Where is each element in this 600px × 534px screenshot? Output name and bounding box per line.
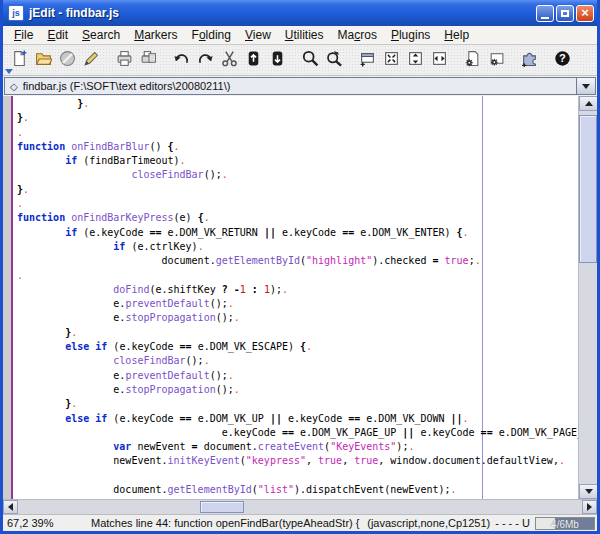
help-icon: ? <box>554 50 571 70</box>
toolbar-handle-icon[interactable] <box>5 69 13 74</box>
paste-icon <box>269 50 286 70</box>
menu-folding[interactable]: Folding <box>185 27 238 43</box>
code-line: closeFindBar();. <box>17 168 578 182</box>
buffer-path-label: findbar.js (F:\SOFT\text editors\2008021… <box>23 80 576 92</box>
undo-icon <box>173 50 190 70</box>
buffer-switcher-dropdown-button[interactable] <box>576 78 595 94</box>
minimize-button[interactable] <box>536 5 554 22</box>
menu-utilities[interactable]: Utilities <box>278 27 331 43</box>
scroll-left-button[interactable] <box>3 500 18 514</box>
find-icon <box>302 50 319 70</box>
arrow-down-icon <box>585 489 593 494</box>
code-line: . <box>17 269 578 283</box>
buffer-mode-label[interactable]: (javascript,none,Cp1251) <box>367 517 490 529</box>
new-view-button[interactable] <box>355 47 379 73</box>
buffer-options-button[interactable] <box>460 47 484 73</box>
unsplit-button[interactable] <box>379 47 403 73</box>
close-button[interactable]: × <box>576 5 594 22</box>
code-view[interactable]: }.}..function onFindBarBlur() {. if (fin… <box>17 97 578 499</box>
window-title: jEdit - findbar.js <box>29 6 534 20</box>
code-line: else if (e.keyCode == e.DOM_VK_UP || e.k… <box>17 412 578 426</box>
buffer-switcher-combo[interactable]: ◇ findbar.js (F:\SOFT\text editors\20080… <box>4 77 596 95</box>
paste-button[interactable] <box>265 47 289 73</box>
menu-edit[interactable]: Edit <box>40 27 75 43</box>
minimize-icon <box>541 17 549 19</box>
print-preview-button[interactable] <box>136 47 160 73</box>
menu-help[interactable]: Help <box>437 27 476 43</box>
vertical-scroll-thumb[interactable] <box>579 115 597 263</box>
split-vertical-icon <box>431 50 448 70</box>
horizontal-scrollbar[interactable] <box>3 499 597 514</box>
code-line: else if (e.keyCode == e.DOM_VK_ESCAPE) {… <box>17 340 578 354</box>
close-buffer-button[interactable] <box>55 47 79 73</box>
svg-text:?: ? <box>559 52 566 64</box>
code-line: e.stopPropagation();. <box>17 383 578 397</box>
menu-file[interactable]: File <box>7 27 40 43</box>
status-message: Matches line 44: function openFindBar(ty… <box>91 517 367 529</box>
code-line: }. <box>17 111 578 125</box>
find-next-button[interactable] <box>322 47 346 73</box>
arrow-right-icon <box>587 503 592 511</box>
global-options-button[interactable] <box>484 47 508 73</box>
new-file-icon <box>11 50 28 70</box>
buffer-flags-label[interactable]: - - - - U <box>495 517 530 529</box>
open-file-button[interactable] <box>31 47 55 73</box>
redo-button[interactable] <box>193 47 217 73</box>
split-horizontal-button[interactable] <box>403 47 427 73</box>
code-line: doFind(e.shiftKey ? -1 : 1);. <box>17 283 578 297</box>
vertical-scrollbar[interactable] <box>578 96 597 499</box>
menu-macros[interactable]: Macros <box>331 27 384 43</box>
menu-markers[interactable]: Markers <box>127 27 184 43</box>
cut-icon <box>221 50 238 70</box>
cut-button[interactable] <box>217 47 241 73</box>
maximize-button[interactable] <box>556 5 574 22</box>
find-button[interactable] <box>298 47 322 73</box>
undo-button[interactable] <box>169 47 193 73</box>
caret-position[interactable]: 67,2 39% <box>3 517 91 529</box>
open-file-icon <box>35 50 52 70</box>
new-view-icon <box>359 50 376 70</box>
print-icon <box>116 50 133 70</box>
jedit-window: js jEdit - findbar.js × FileEditSearchMa… <box>0 0 600 534</box>
edit-pencil-button[interactable] <box>79 47 103 73</box>
copy-button[interactable] <box>241 47 265 73</box>
code-line: if (findBarTimeout). <box>17 154 578 168</box>
plugin-manager-button[interactable] <box>517 47 541 73</box>
horizontal-scroll-thumb[interactable] <box>200 501 244 513</box>
status-right: (javascript,none,Cp1251) - - - - U 4/6Mb <box>367 517 597 530</box>
memory-indicator[interactable]: 4/6Mb <box>535 517 595 530</box>
menu-bar: FileEditSearchMarkersFoldingViewUtilitie… <box>3 26 597 45</box>
code-line: function onFindBarBlur() {. <box>17 140 578 154</box>
unsplit-icon <box>383 50 400 70</box>
global-options-icon <box>488 50 505 70</box>
plugin-manager-icon <box>521 50 538 70</box>
code-line: }. <box>17 326 578 340</box>
menu-search[interactable]: Search <box>75 27 127 43</box>
gutter[interactable] <box>3 96 13 499</box>
toolbar: ? <box>3 45 597 76</box>
code-line: newEvent.initKeyEvent("keypress", true, … <box>17 454 578 468</box>
code-line: e.preventDefault();. <box>17 369 578 383</box>
code-line: document.getElementById("list").dispatch… <box>17 483 578 497</box>
redo-icon <box>197 50 214 70</box>
close-icon: × <box>581 6 589 19</box>
menu-plugins[interactable]: Plugins <box>384 27 437 43</box>
code-line <box>17 469 578 483</box>
help-button[interactable]: ? <box>550 47 574 73</box>
code-line: }. <box>17 97 578 111</box>
print-button[interactable] <box>112 47 136 73</box>
code-line: }. <box>17 183 578 197</box>
scroll-up-button[interactable] <box>579 96 597 111</box>
scroll-right-button[interactable] <box>582 500 597 514</box>
scroll-down-button[interactable] <box>579 484 597 499</box>
code-line: e.preventDefault();. <box>17 297 578 311</box>
split-horizontal-icon <box>407 50 424 70</box>
menu-view[interactable]: View <box>238 27 278 43</box>
text-area[interactable]: }.}..function onFindBarBlur() {. if (fin… <box>3 96 597 499</box>
buffer-status-diamond-icon: ◇ <box>10 81 18 92</box>
edit-pencil-icon <box>83 50 100 70</box>
code-line: if (e.keyCode == e.DOM_VK_RETURN || e.ke… <box>17 226 578 240</box>
code-line: . <box>17 197 578 211</box>
code-line: }. <box>17 397 578 411</box>
split-vertical-button[interactable] <box>427 47 451 73</box>
